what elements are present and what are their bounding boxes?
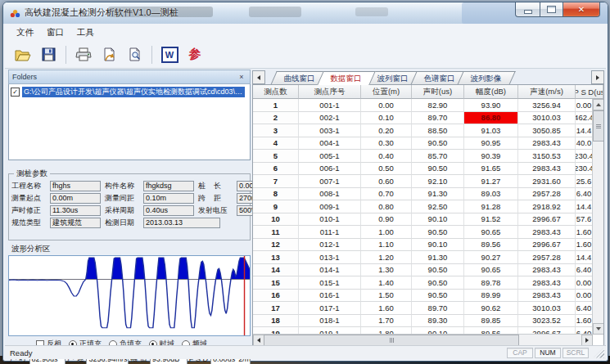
table-cell: 91.30 bbox=[412, 251, 464, 264]
table-row[interactable]: 13013-11.2091.3090.272957.2814.4 bbox=[253, 251, 593, 264]
print-preview-button[interactable] bbox=[123, 43, 146, 66]
table-cell: 91.28 bbox=[464, 200, 518, 213]
tab-scroll-left-button[interactable] bbox=[252, 70, 265, 84]
column-header-2[interactable]: 位置(m) bbox=[361, 85, 412, 99]
table-cell: 230.4 bbox=[576, 150, 593, 163]
table-cell: 8 bbox=[253, 188, 299, 201]
table-row[interactable]: 3003-10.2088.5091.033050.8514.4 bbox=[253, 124, 593, 137]
table-cell: 1.60 bbox=[361, 302, 412, 315]
table-row[interactable]: 14014-11.3090.5090.652983.436.40 bbox=[253, 264, 593, 277]
table-cell: 1.60 bbox=[576, 226, 593, 239]
left-arrow-icon bbox=[257, 75, 260, 80]
folders-close-button[interactable]: × bbox=[237, 73, 246, 81]
table-cell: 2957.28 bbox=[518, 251, 576, 264]
table-cell: 005-1 bbox=[299, 150, 361, 163]
param-label: 发射电压 bbox=[198, 205, 237, 216]
table-cell: 14.4 bbox=[576, 251, 593, 264]
scroll-up-button[interactable] bbox=[593, 99, 604, 110]
table-row[interactable]: 11011-11.0090.5090.652983.431.60 bbox=[253, 226, 593, 239]
scroll-down-button[interactable] bbox=[593, 323, 604, 335]
title-bar[interactable]: 高铁建混凝土检测分析软件V1.0—测桩 ✕ bbox=[3, 2, 608, 24]
table-row[interactable]: 4004-10.3090.5090.952983.4340.0 bbox=[253, 137, 593, 151]
horizontal-scrollbar[interactable] bbox=[253, 334, 593, 345]
table-cell: 91.03 bbox=[464, 124, 518, 137]
close-button[interactable]: ✕ bbox=[563, 2, 600, 17]
table-row[interactable]: 8008-10.7091.3089.032957.286.40 bbox=[253, 188, 593, 201]
param-value-field[interactable]: 建筑规范 bbox=[50, 218, 101, 228]
tree-item[interactable]: ✓ G:\公司产品设计开发\超声仪器\超声仪实地检测数据调试cd\cd03\cd… bbox=[11, 87, 248, 97]
open-folder-icon bbox=[15, 48, 31, 61]
table-row[interactable]: 6006-10.5090.5091.652983.43230.4 bbox=[253, 163, 593, 176]
param-value-field[interactable]: 0.40us bbox=[143, 205, 194, 216]
export-button[interactable] bbox=[97, 43, 120, 66]
table-row[interactable]: 16016-11.5090.5089.992983.430.00 bbox=[253, 290, 593, 303]
table-row[interactable]: 18018-11.7089.3089.853023.521.60 bbox=[253, 315, 593, 328]
menu-item-file[interactable]: 文件 bbox=[10, 25, 40, 40]
table-cell: 2983.43 bbox=[518, 290, 576, 303]
scroll-left-button[interactable] bbox=[253, 335, 264, 346]
param-value-field[interactable]: fhghs bbox=[50, 181, 101, 191]
waveform-plot[interactable] bbox=[8, 255, 251, 336]
table-row[interactable]: 12012-11.1090.1089.562996.671.60 bbox=[253, 239, 593, 252]
table-cell: 90.65 bbox=[464, 226, 518, 239]
toolbar: W 参 bbox=[5, 41, 606, 69]
vertical-scrollbar[interactable] bbox=[592, 99, 603, 335]
table-cell: 3050.85 bbox=[518, 124, 576, 137]
menu-item-tools[interactable]: 工具 bbox=[70, 25, 101, 40]
table-cell: 014-1 bbox=[299, 264, 361, 277]
table-cell: 90.10 bbox=[412, 239, 464, 252]
folders-tree: ✓ G:\公司产品设计开发\超声仪器\超声仪实地检测数据调试cd\cd03\cd… bbox=[8, 84, 251, 160]
resize-grip[interactable] bbox=[594, 348, 604, 358]
table-cell: 2 bbox=[253, 112, 299, 125]
tree-checkbox[interactable]: ✓ bbox=[11, 88, 20, 97]
table-row[interactable]: 10010-10.9090.1091.522996.6757.6 bbox=[253, 213, 593, 227]
print-button[interactable] bbox=[72, 43, 95, 66]
params-button[interactable]: 参 bbox=[183, 43, 206, 66]
pile-params-group: 测桩参数 工程名称fhghs构件名称fhgkdsg桩 长0.00m测量起点0.0… bbox=[8, 173, 251, 240]
table-cell: 0.60 bbox=[361, 175, 412, 188]
table-row[interactable]: 17017-11.6089.7090.623010.036.40 bbox=[253, 302, 593, 315]
table-row[interactable]: 9009-10.8092.5091.282918.9214.4 bbox=[253, 200, 593, 213]
menu-item-window[interactable]: 窗口 bbox=[40, 25, 70, 40]
param-value-field[interactable]: 11.30us bbox=[50, 205, 101, 216]
maximize-button[interactable] bbox=[540, 2, 563, 17]
vertical-scroll-thumb[interactable] bbox=[593, 110, 604, 142]
tab-scroll-right-button[interactable] bbox=[591, 70, 604, 84]
table-cell: 1.60 bbox=[576, 239, 593, 252]
floppy-icon bbox=[42, 47, 56, 61]
table-cell: 12 bbox=[253, 239, 299, 252]
tab-data-window[interactable]: 数据窗口 bbox=[317, 71, 376, 85]
scroll-right-button[interactable] bbox=[581, 335, 593, 346]
table-cell: 0.90 bbox=[361, 213, 412, 227]
param-value-field[interactable]: 2013.03.13 bbox=[143, 218, 220, 228]
column-header-0[interactable]: 测点数 bbox=[253, 85, 299, 99]
param-value-field[interactable]: fhgkdsg bbox=[143, 181, 194, 191]
column-header-4[interactable]: 幅度(dB) bbox=[464, 85, 518, 99]
table-row[interactable]: 2002-10.1089.7086.803010.03462.4 bbox=[253, 112, 593, 125]
param-value-field[interactable]: 0.00m bbox=[50, 193, 101, 204]
table-cell: 17 bbox=[253, 302, 299, 315]
right-arrow-icon bbox=[585, 338, 589, 343]
param-value-field[interactable]: 0.10m bbox=[143, 193, 194, 204]
table-cell: 6.40 bbox=[576, 302, 593, 315]
column-header-3[interactable]: 声时(us) bbox=[412, 85, 464, 99]
save-button[interactable] bbox=[37, 43, 60, 66]
table-row[interactable]: 15015-11.4090.5089.782983.430.00 bbox=[253, 276, 593, 290]
column-header-1[interactable]: 测点序号 bbox=[299, 85, 361, 99]
table-row[interactable]: 5005-10.4085.7090.393150.53230.4 bbox=[253, 150, 593, 163]
table-cell: 25.6 bbox=[576, 175, 593, 188]
table-row[interactable]: 7007-10.6092.1091.272931.6025.6 bbox=[253, 175, 593, 188]
tab-wave-image[interactable]: 波列影像 bbox=[457, 71, 516, 85]
column-header-5[interactable]: 声速(m/s) bbox=[518, 85, 576, 99]
open-file-button[interactable] bbox=[11, 43, 34, 66]
column-header-6[interactable]: P S D(us bbox=[576, 85, 603, 99]
param-label: 检测日期 bbox=[105, 218, 143, 228]
indicator-scrl: SCRL bbox=[563, 348, 589, 358]
table-cell: 6.40 bbox=[576, 188, 593, 201]
word-export-button[interactable]: W bbox=[158, 43, 181, 66]
table-row[interactable]: 1001-10.0082.9093.903256.940.00 bbox=[253, 99, 593, 112]
minimize-button[interactable] bbox=[515, 2, 540, 17]
param-label: 测量起点 bbox=[11, 193, 50, 204]
table-cell: 012-1 bbox=[299, 239, 361, 252]
horizontal-scroll-thumb[interactable] bbox=[264, 335, 519, 346]
